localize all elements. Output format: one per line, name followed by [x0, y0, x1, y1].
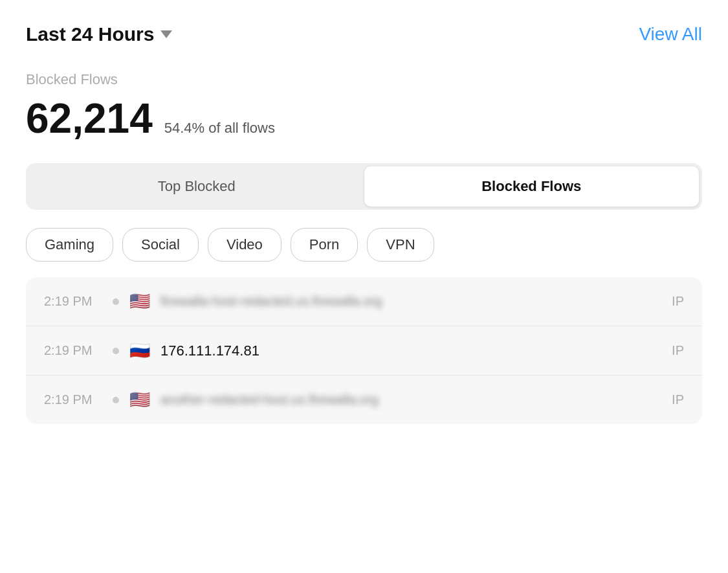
- tab-blocked-flows[interactable]: Blocked Flows: [364, 166, 700, 207]
- time-selector-label: Last 24 Hours: [26, 23, 154, 45]
- blocked-flows-section-label: Blocked Flows: [26, 71, 702, 88]
- flow-dot: [113, 348, 119, 354]
- tab-top-blocked[interactable]: Top Blocked: [29, 166, 364, 207]
- flow-dot: [113, 298, 119, 305]
- main-container: Last 24 Hours View All Blocked Flows 62,…: [0, 0, 728, 573]
- tab-switcher: Top Blocked Blocked Flows: [26, 163, 702, 210]
- flow-time: 2:19 PM: [44, 392, 102, 407]
- flow-flag: 🇺🇸: [129, 291, 150, 311]
- flow-flag: 🇷🇺: [129, 341, 150, 361]
- chip-porn[interactable]: Porn: [291, 228, 358, 262]
- flow-type: IP: [665, 392, 684, 407]
- flow-row: 2:19 PM 🇺🇸 firewalla-host-redacted.us.fi…: [26, 277, 702, 326]
- flow-time: 2:19 PM: [44, 294, 102, 309]
- view-all-link[interactable]: View All: [639, 24, 702, 45]
- header-row: Last 24 Hours View All: [26, 23, 702, 45]
- time-selector[interactable]: Last 24 Hours: [26, 23, 172, 45]
- blocked-count: 62,214: [26, 95, 153, 142]
- flow-list: 2:19 PM 🇺🇸 firewalla-host-redacted.us.fi…: [26, 277, 702, 424]
- stats-section: Blocked Flows 62,214 54.4% of all flows: [26, 71, 702, 142]
- flow-row: 2:19 PM 🇺🇸 another-redacted-host.us.fire…: [26, 376, 702, 424]
- percent-label: 54.4% of all flows: [164, 120, 275, 137]
- flow-host: another-redacted-host.us.firewalla.org: [160, 392, 654, 407]
- chevron-down-icon: [160, 30, 172, 38]
- flow-time: 2:19 PM: [44, 343, 102, 358]
- chip-gaming[interactable]: Gaming: [26, 228, 113, 262]
- chip-video[interactable]: Video: [208, 228, 281, 262]
- flow-dot: [113, 397, 119, 403]
- stats-row: 62,214 54.4% of all flows: [26, 95, 702, 142]
- chip-vpn[interactable]: VPN: [367, 228, 434, 262]
- chip-social[interactable]: Social: [122, 228, 199, 262]
- flow-flag: 🇺🇸: [129, 390, 150, 410]
- flow-host: firewalla-host-redacted.us.firewalla.org: [160, 294, 654, 309]
- flow-host: 176.111.174.81: [160, 343, 654, 359]
- flow-row: 2:19 PM 🇷🇺 176.111.174.81 IP: [26, 326, 702, 376]
- flow-type: IP: [665, 343, 684, 358]
- category-filters: Gaming Social Video Porn VPN: [26, 228, 702, 262]
- flow-type: IP: [665, 294, 684, 309]
